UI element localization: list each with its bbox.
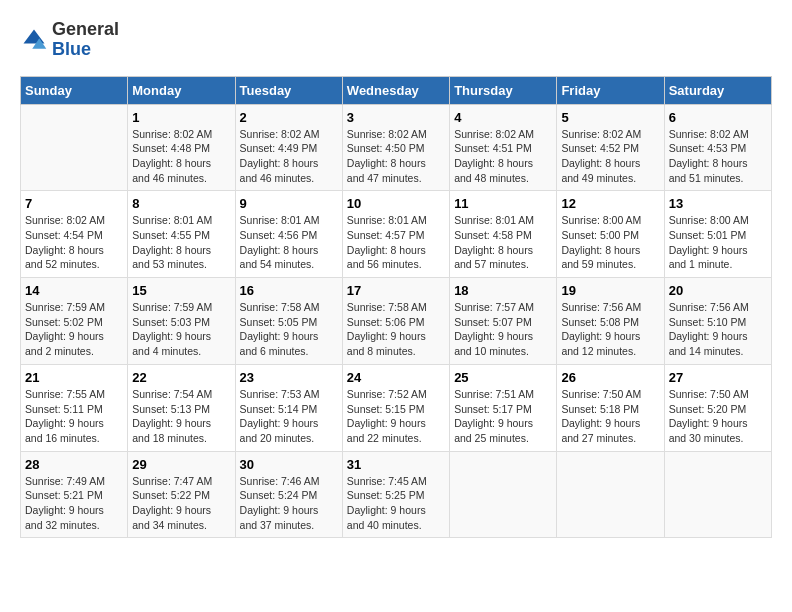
day-number: 21 xyxy=(25,370,123,385)
day-header-friday: Friday xyxy=(557,76,664,104)
calendar-cell: 17Sunrise: 7:58 AMSunset: 5:06 PMDayligh… xyxy=(342,278,449,365)
day-info: Sunrise: 7:58 AMSunset: 5:05 PMDaylight:… xyxy=(240,300,338,359)
day-number: 25 xyxy=(454,370,552,385)
day-info: Sunrise: 8:00 AMSunset: 5:01 PMDaylight:… xyxy=(669,213,767,272)
calendar-cell: 28Sunrise: 7:49 AMSunset: 5:21 PMDayligh… xyxy=(21,451,128,538)
calendar-header: SundayMondayTuesdayWednesdayThursdayFrid… xyxy=(21,76,772,104)
calendar-cell: 26Sunrise: 7:50 AMSunset: 5:18 PMDayligh… xyxy=(557,364,664,451)
day-info: Sunrise: 8:01 AMSunset: 4:55 PMDaylight:… xyxy=(132,213,230,272)
day-number: 20 xyxy=(669,283,767,298)
calendar-cell: 16Sunrise: 7:58 AMSunset: 5:05 PMDayligh… xyxy=(235,278,342,365)
day-info: Sunrise: 7:50 AMSunset: 5:20 PMDaylight:… xyxy=(669,387,767,446)
day-info: Sunrise: 7:59 AMSunset: 5:02 PMDaylight:… xyxy=(25,300,123,359)
day-header-thursday: Thursday xyxy=(450,76,557,104)
day-header-monday: Monday xyxy=(128,76,235,104)
logo-general: General xyxy=(52,19,119,39)
calendar-cell: 11Sunrise: 8:01 AMSunset: 4:58 PMDayligh… xyxy=(450,191,557,278)
day-number: 10 xyxy=(347,196,445,211)
day-number: 22 xyxy=(132,370,230,385)
day-info: Sunrise: 8:02 AMSunset: 4:48 PMDaylight:… xyxy=(132,127,230,186)
calendar-cell: 14Sunrise: 7:59 AMSunset: 5:02 PMDayligh… xyxy=(21,278,128,365)
day-number: 8 xyxy=(132,196,230,211)
calendar-cell: 31Sunrise: 7:45 AMSunset: 5:25 PMDayligh… xyxy=(342,451,449,538)
page-header: General Blue xyxy=(20,20,772,60)
day-info: Sunrise: 8:02 AMSunset: 4:51 PMDaylight:… xyxy=(454,127,552,186)
day-header-wednesday: Wednesday xyxy=(342,76,449,104)
day-number: 26 xyxy=(561,370,659,385)
day-number: 1 xyxy=(132,110,230,125)
day-info: Sunrise: 7:51 AMSunset: 5:17 PMDaylight:… xyxy=(454,387,552,446)
logo-icon xyxy=(20,26,48,54)
day-info: Sunrise: 7:49 AMSunset: 5:21 PMDaylight:… xyxy=(25,474,123,533)
calendar-body: 1Sunrise: 8:02 AMSunset: 4:48 PMDaylight… xyxy=(21,104,772,538)
day-info: Sunrise: 8:01 AMSunset: 4:56 PMDaylight:… xyxy=(240,213,338,272)
day-number: 14 xyxy=(25,283,123,298)
day-info: Sunrise: 7:56 AMSunset: 5:08 PMDaylight:… xyxy=(561,300,659,359)
day-number: 15 xyxy=(132,283,230,298)
calendar-cell xyxy=(450,451,557,538)
day-info: Sunrise: 7:58 AMSunset: 5:06 PMDaylight:… xyxy=(347,300,445,359)
logo-text: General Blue xyxy=(52,20,119,60)
day-number: 6 xyxy=(669,110,767,125)
calendar-cell: 13Sunrise: 8:00 AMSunset: 5:01 PMDayligh… xyxy=(664,191,771,278)
calendar-cell: 30Sunrise: 7:46 AMSunset: 5:24 PMDayligh… xyxy=(235,451,342,538)
day-info: Sunrise: 7:59 AMSunset: 5:03 PMDaylight:… xyxy=(132,300,230,359)
day-info: Sunrise: 7:54 AMSunset: 5:13 PMDaylight:… xyxy=(132,387,230,446)
calendar-cell: 4Sunrise: 8:02 AMSunset: 4:51 PMDaylight… xyxy=(450,104,557,191)
day-header-tuesday: Tuesday xyxy=(235,76,342,104)
day-number: 28 xyxy=(25,457,123,472)
day-info: Sunrise: 7:45 AMSunset: 5:25 PMDaylight:… xyxy=(347,474,445,533)
calendar-week-2: 7Sunrise: 8:02 AMSunset: 4:54 PMDaylight… xyxy=(21,191,772,278)
calendar-cell: 8Sunrise: 8:01 AMSunset: 4:55 PMDaylight… xyxy=(128,191,235,278)
day-number: 31 xyxy=(347,457,445,472)
calendar-cell: 20Sunrise: 7:56 AMSunset: 5:10 PMDayligh… xyxy=(664,278,771,365)
day-number: 27 xyxy=(669,370,767,385)
day-info: Sunrise: 8:00 AMSunset: 5:00 PMDaylight:… xyxy=(561,213,659,272)
day-number: 4 xyxy=(454,110,552,125)
calendar-cell: 3Sunrise: 8:02 AMSunset: 4:50 PMDaylight… xyxy=(342,104,449,191)
calendar-cell: 19Sunrise: 7:56 AMSunset: 5:08 PMDayligh… xyxy=(557,278,664,365)
day-info: Sunrise: 7:56 AMSunset: 5:10 PMDaylight:… xyxy=(669,300,767,359)
day-number: 2 xyxy=(240,110,338,125)
day-info: Sunrise: 8:02 AMSunset: 4:49 PMDaylight:… xyxy=(240,127,338,186)
day-info: Sunrise: 8:01 AMSunset: 4:57 PMDaylight:… xyxy=(347,213,445,272)
calendar-cell: 2Sunrise: 8:02 AMSunset: 4:49 PMDaylight… xyxy=(235,104,342,191)
calendar-cell: 29Sunrise: 7:47 AMSunset: 5:22 PMDayligh… xyxy=(128,451,235,538)
calendar-cell: 7Sunrise: 8:02 AMSunset: 4:54 PMDaylight… xyxy=(21,191,128,278)
calendar-table: SundayMondayTuesdayWednesdayThursdayFrid… xyxy=(20,76,772,539)
calendar-cell: 21Sunrise: 7:55 AMSunset: 5:11 PMDayligh… xyxy=(21,364,128,451)
calendar-cell xyxy=(557,451,664,538)
calendar-cell: 27Sunrise: 7:50 AMSunset: 5:20 PMDayligh… xyxy=(664,364,771,451)
calendar-week-1: 1Sunrise: 8:02 AMSunset: 4:48 PMDaylight… xyxy=(21,104,772,191)
day-info: Sunrise: 7:47 AMSunset: 5:22 PMDaylight:… xyxy=(132,474,230,533)
day-number: 7 xyxy=(25,196,123,211)
day-number: 17 xyxy=(347,283,445,298)
day-number: 23 xyxy=(240,370,338,385)
calendar-cell: 24Sunrise: 7:52 AMSunset: 5:15 PMDayligh… xyxy=(342,364,449,451)
day-info: Sunrise: 8:02 AMSunset: 4:53 PMDaylight:… xyxy=(669,127,767,186)
calendar-cell: 9Sunrise: 8:01 AMSunset: 4:56 PMDaylight… xyxy=(235,191,342,278)
calendar-cell: 15Sunrise: 7:59 AMSunset: 5:03 PMDayligh… xyxy=(128,278,235,365)
day-number: 13 xyxy=(669,196,767,211)
calendar-cell: 6Sunrise: 8:02 AMSunset: 4:53 PMDaylight… xyxy=(664,104,771,191)
day-number: 5 xyxy=(561,110,659,125)
day-number: 9 xyxy=(240,196,338,211)
day-header-saturday: Saturday xyxy=(664,76,771,104)
day-number: 12 xyxy=(561,196,659,211)
day-number: 29 xyxy=(132,457,230,472)
calendar-cell: 18Sunrise: 7:57 AMSunset: 5:07 PMDayligh… xyxy=(450,278,557,365)
day-info: Sunrise: 7:50 AMSunset: 5:18 PMDaylight:… xyxy=(561,387,659,446)
logo: General Blue xyxy=(20,20,119,60)
day-number: 11 xyxy=(454,196,552,211)
day-number: 30 xyxy=(240,457,338,472)
calendar-week-4: 21Sunrise: 7:55 AMSunset: 5:11 PMDayligh… xyxy=(21,364,772,451)
logo-blue: Blue xyxy=(52,39,91,59)
calendar-week-3: 14Sunrise: 7:59 AMSunset: 5:02 PMDayligh… xyxy=(21,278,772,365)
calendar-cell: 12Sunrise: 8:00 AMSunset: 5:00 PMDayligh… xyxy=(557,191,664,278)
calendar-cell: 1Sunrise: 8:02 AMSunset: 4:48 PMDaylight… xyxy=(128,104,235,191)
day-number: 24 xyxy=(347,370,445,385)
day-header-sunday: Sunday xyxy=(21,76,128,104)
day-info: Sunrise: 8:02 AMSunset: 4:52 PMDaylight:… xyxy=(561,127,659,186)
day-number: 18 xyxy=(454,283,552,298)
calendar-cell: 23Sunrise: 7:53 AMSunset: 5:14 PMDayligh… xyxy=(235,364,342,451)
